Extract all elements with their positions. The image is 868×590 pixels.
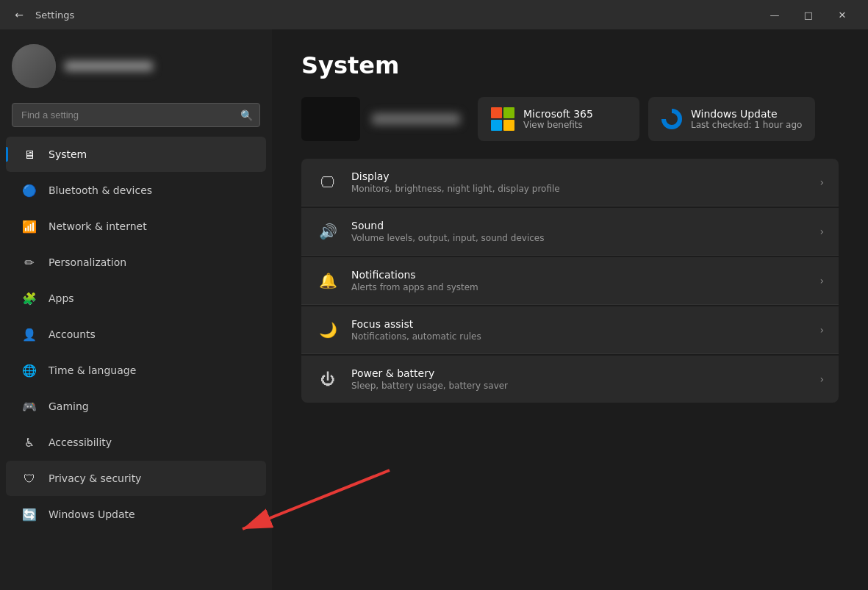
settings-item-power_battery[interactable]: ⏻Power & batterySleep, battery usage, ba… (301, 356, 839, 403)
promo-card-windows_update[interactable]: Windows UpdateLast checked: 1 hour ago (648, 97, 815, 141)
focus_assist-title: Focus assist (351, 318, 808, 330)
titlebar: ← Settings — □ ✕ (0, 0, 868, 29)
svg-line-1 (272, 470, 390, 529)
sidebar-item-label-accessibility: Accessibility (49, 436, 112, 448)
power_battery-title: Power & battery (351, 367, 808, 379)
microsoft365-title: Microsoft 365 (523, 108, 593, 120)
minimize-button[interactable]: — (758, 3, 792, 26)
sound-subtitle: Volume levels, output, input, sound devi… (351, 233, 808, 243)
display-title: Display (351, 170, 808, 182)
profile-display-card (301, 97, 460, 141)
sidebar-item-time[interactable]: 🌐Time & language (6, 353, 266, 388)
back-icon: ← (15, 9, 24, 21)
sidebar-item-label-time: Time & language (49, 364, 136, 376)
system-icon: 🖥 (21, 145, 38, 163)
microsoft365-subtitle: View benefits (523, 120, 593, 130)
settings-item-sound[interactable]: 🔊SoundVolume levels, output, input, soun… (301, 208, 839, 256)
sidebar-item-label-bluetooth: Bluetooth & devices (49, 184, 152, 196)
close-button[interactable]: ✕ (825, 3, 859, 26)
sidebar-item-personalization[interactable]: ✏️Personalization (6, 245, 266, 280)
notifications-chevron: › (819, 275, 824, 287)
sidebar-item-accounts[interactable]: 👤Accounts (6, 317, 266, 352)
privacy-icon: 🛡 (21, 470, 38, 487)
focus_assist-subtitle: Notifications, automatic rules (351, 331, 808, 342)
notifications-icon: 🔔 (316, 269, 340, 292)
profile-name (65, 61, 153, 71)
search-box[interactable]: 🔍 (12, 103, 260, 127)
sidebar-item-label-update: Windows Update (49, 508, 135, 520)
bluetooth-icon: 🔵 (21, 181, 38, 199)
sidebar-item-label-personalization: Personalization (49, 256, 126, 268)
sidebar-item-label-privacy: Privacy & security (49, 472, 141, 484)
ms365-icon (491, 107, 514, 131)
display-chevron: › (819, 176, 824, 188)
main-content: System Microsoft 365View benefitsWindows… (272, 29, 868, 590)
settings-item-display[interactable]: 🖵DisplayMonitors, brightness, night ligh… (301, 159, 839, 206)
accessibility-icon: ♿ (21, 433, 38, 451)
windows-update-icon (661, 109, 682, 129)
notifications-subtitle: Alerts from apps and system (351, 282, 808, 292)
settings-item-notifications[interactable]: 🔔NotificationsAlerts from apps and syste… (301, 257, 839, 305)
app-title: Settings (35, 10, 758, 21)
network-icon: 📶 (21, 217, 38, 235)
display-icon: 🖵 (316, 170, 340, 194)
promo-cards: Microsoft 365View benefitsWindows Update… (478, 97, 815, 141)
sound-chevron: › (819, 226, 824, 237)
apps-icon: 🧩 (21, 289, 38, 307)
update-icon: 🔄 (21, 506, 38, 523)
top-cards: Microsoft 365View benefitsWindows Update… (301, 97, 839, 141)
sidebar-nav: 🖥System🔵Bluetooth & devices📶Network & in… (0, 136, 272, 533)
sidebar-item-update[interactable]: 🔄Windows Update (6, 497, 266, 532)
sidebar-item-apps[interactable]: 🧩Apps (6, 281, 266, 316)
gaming-icon: 🎮 (21, 397, 38, 415)
sound-icon: 🔊 (316, 220, 340, 243)
profile-avatar (301, 97, 360, 141)
page-title: System (301, 51, 839, 79)
personalization-icon: ✏️ (21, 253, 38, 271)
display-subtitle: Monitors, brightness, night light, displ… (351, 184, 808, 194)
search-input[interactable] (12, 103, 260, 127)
sidebar-item-label-accounts: Accounts (49, 328, 96, 340)
focus_assist-chevron: › (819, 324, 824, 336)
sidebar-item-network[interactable]: 📶Network & internet (6, 209, 266, 244)
app-body: 🔍 🖥System🔵Bluetooth & devices📶Network & … (0, 29, 868, 590)
sound-title: Sound (351, 220, 808, 231)
user-profile[interactable] (0, 29, 272, 100)
sidebar-item-system[interactable]: 🖥System (6, 137, 266, 172)
sidebar: 🔍 🖥System🔵Bluetooth & devices📶Network & … (0, 29, 272, 590)
sidebar-item-bluetooth[interactable]: 🔵Bluetooth & devices (6, 173, 266, 208)
settings-list: 🖵DisplayMonitors, brightness, night ligh… (301, 159, 839, 403)
windows_update-subtitle: Last checked: 1 hour ago (691, 120, 802, 130)
back-button[interactable]: ← (9, 4, 29, 25)
window-controls: — □ ✕ (758, 3, 859, 26)
sidebar-item-privacy[interactable]: 🛡Privacy & security (6, 461, 266, 496)
maximize-button[interactable]: □ (792, 3, 825, 26)
sidebar-item-gaming[interactable]: 🎮Gaming (6, 389, 266, 424)
time-icon: 🌐 (21, 361, 38, 379)
focus_assist-icon: 🌙 (316, 318, 340, 342)
power_battery-subtitle: Sleep, battery usage, battery saver (351, 381, 808, 391)
avatar (12, 44, 56, 88)
sidebar-item-label-system: System (49, 148, 87, 160)
accounts-icon: 👤 (21, 325, 38, 343)
profile-info-blur (372, 113, 460, 125)
notifications-title: Notifications (351, 269, 808, 281)
power_battery-chevron: › (819, 373, 824, 385)
sidebar-item-label-apps: Apps (49, 292, 74, 304)
sidebar-item-accessibility[interactable]: ♿Accessibility (6, 425, 266, 460)
power_battery-icon: ⏻ (316, 367, 340, 391)
sidebar-item-label-network: Network & internet (49, 220, 147, 232)
sidebar-item-label-gaming: Gaming (49, 400, 89, 412)
settings-item-focus_assist[interactable]: 🌙Focus assistNotifications, automatic ru… (301, 306, 839, 354)
windows_update-title: Windows Update (691, 108, 802, 120)
promo-card-microsoft365[interactable]: Microsoft 365View benefits (478, 97, 639, 141)
